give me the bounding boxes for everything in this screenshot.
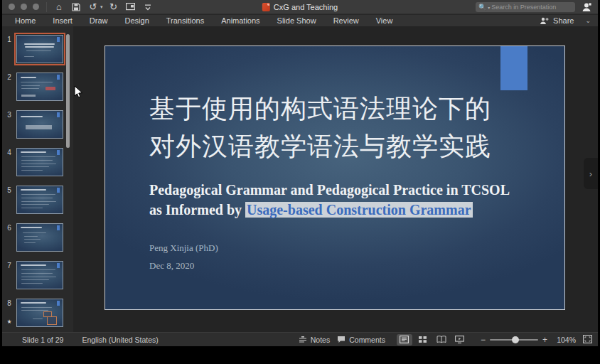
slide-number: 5 bbox=[2, 186, 16, 194]
highlighted-text: Usage-based Construction Grammar bbox=[245, 202, 473, 218]
comments-toggle[interactable]: Comments bbox=[337, 336, 385, 344]
slide-thumbnail[interactable] bbox=[16, 223, 63, 252]
zoom-slider[interactable] bbox=[490, 339, 538, 341]
thumb-accent-rect bbox=[57, 225, 60, 230]
fit-slide-to-window-button[interactable] bbox=[583, 335, 592, 345]
reading-view-button[interactable] bbox=[434, 334, 449, 346]
thumb-accent-rect bbox=[57, 263, 60, 268]
search-box[interactable]: 🔍 ▾ bbox=[476, 2, 575, 12]
slide-thumbnail-panel: 12345678★ bbox=[2, 26, 73, 332]
collapse-ribbon-icon[interactable]: ⌄ bbox=[585, 17, 591, 24]
share-button[interactable]: Share bbox=[553, 16, 574, 25]
slide-thumbnail[interactable] bbox=[16, 148, 63, 176]
slide-thumbnail[interactable] bbox=[16, 35, 63, 63]
slide-number: 8★ bbox=[2, 299, 16, 325]
slide-number: 3 bbox=[2, 110, 16, 119]
language-indicator[interactable]: English (United States) bbox=[82, 336, 158, 344]
play-from-start-icon[interactable] bbox=[124, 1, 137, 13]
slide-sorter-view-button[interactable] bbox=[415, 334, 431, 346]
share-person-icon bbox=[540, 17, 549, 25]
thumbnail-scrollbar[interactable] bbox=[66, 34, 70, 148]
slide-number: 2 bbox=[2, 73, 16, 81]
thumbnail-row-4: 4 bbox=[2, 148, 63, 176]
slide-canvas[interactable]: 基于使用的构式语法理论下的 对外汉语教学语法与教学实践 Pedagogical … bbox=[105, 46, 565, 310]
thumbnail-row-7: 7 bbox=[2, 261, 63, 289]
tab-slide-show[interactable]: Slide Show bbox=[277, 16, 316, 25]
slide-counter[interactable]: Slide 1 of 29 bbox=[22, 336, 63, 344]
document-title: CxG and Teaching bbox=[274, 3, 338, 11]
slide-thumbnail[interactable] bbox=[16, 186, 63, 214]
undo-icon[interactable]: ↺ bbox=[87, 1, 100, 13]
slide-thumbnail[interactable] bbox=[16, 261, 63, 289]
notes-icon bbox=[299, 336, 307, 343]
thumbnail-row-5: 5 bbox=[2, 186, 63, 214]
titlebar: ⌂ ↺ ▾ ↻ CxG and Teaching 🔍 ▾ bbox=[2, 0, 598, 14]
expand-panel-button[interactable]: › bbox=[584, 158, 598, 189]
status-bar: Slide 1 of 29 English (United States) No… bbox=[2, 332, 598, 346]
thumb-accent-rect bbox=[57, 188, 60, 193]
tab-home[interactable]: Home bbox=[15, 16, 36, 25]
normal-view-button[interactable] bbox=[397, 334, 412, 346]
search-scope-chevron-icon: ▾ bbox=[488, 5, 490, 10]
more-commands-icon[interactable] bbox=[141, 1, 154, 13]
slide-thumbnail[interactable] bbox=[16, 73, 63, 101]
slide-number: 7 bbox=[2, 261, 16, 269]
share-area[interactable]: Share ⌄ bbox=[540, 15, 591, 26]
search-input[interactable] bbox=[491, 4, 574, 11]
thumb-accent-rect bbox=[57, 37, 60, 42]
slide-subtitle-line1: Pedagogical Grammar and Pedagogical Prac… bbox=[149, 180, 547, 200]
slide-number: 1 bbox=[2, 35, 16, 43]
slide-date[interactable]: Dec 8, 2020 bbox=[149, 260, 194, 272]
minimize-button[interactable] bbox=[21, 4, 27, 10]
tab-view[interactable]: View bbox=[376, 16, 393, 25]
zoom-control: − + bbox=[481, 335, 547, 345]
zoom-window-button[interactable] bbox=[33, 4, 39, 10]
slide-subtitle-line2: as Informed by Usage-based Construction … bbox=[149, 200, 547, 220]
thumbnail-row-6: 6 bbox=[2, 223, 63, 252]
account-icon[interactable] bbox=[581, 1, 592, 13]
zoom-level[interactable]: 104% bbox=[555, 336, 576, 344]
comments-icon bbox=[337, 336, 345, 343]
powerpoint-file-icon bbox=[262, 3, 270, 11]
animation-star-icon: ★ bbox=[6, 318, 11, 325]
thumb-accent-rect bbox=[57, 75, 60, 80]
tab-transitions[interactable]: Transitions bbox=[166, 16, 204, 25]
search-icon: 🔍 bbox=[478, 4, 486, 11]
redo-icon[interactable]: ↻ bbox=[107, 1, 120, 13]
save-icon[interactable] bbox=[70, 1, 82, 13]
close-button[interactable] bbox=[9, 4, 15, 10]
slide-author[interactable]: Peng Xinjia (PhD) bbox=[149, 242, 218, 254]
thumb-accent-rect bbox=[57, 112, 60, 117]
document-title-group: CxG and Teaching bbox=[262, 3, 338, 11]
slide-title[interactable]: 基于使用的构式语法理论下的 对外汉语教学语法与教学实践 bbox=[149, 90, 533, 166]
toolbar-divider bbox=[46, 2, 47, 12]
view-buttons bbox=[397, 334, 468, 346]
slide-thumbnail[interactable] bbox=[16, 110, 63, 139]
tab-review[interactable]: Review bbox=[333, 16, 359, 25]
notes-toggle[interactable]: Notes bbox=[299, 336, 330, 344]
slide-editor-area: 基于使用的构式语法理论下的 对外汉语教学语法与教学实践 Pedagogical … bbox=[73, 26, 598, 332]
mouse-cursor bbox=[74, 85, 83, 102]
zoom-out-button[interactable]: − bbox=[481, 335, 486, 345]
powerpoint-window: ⌂ ↺ ▾ ↻ CxG and Teaching 🔍 ▾ bbox=[2, 0, 598, 346]
thumbnail-list: 12345678★ bbox=[2, 35, 63, 327]
slideshow-view-button[interactable] bbox=[452, 334, 468, 346]
slide-subtitle[interactable]: Pedagogical Grammar and Pedagogical Prac… bbox=[149, 180, 547, 220]
window-controls bbox=[2, 4, 46, 10]
slide-number: 4 bbox=[2, 148, 16, 156]
zoom-slider-handle[interactable] bbox=[512, 336, 519, 343]
zoom-in-button[interactable]: + bbox=[542, 335, 547, 345]
undo-dropdown-icon[interactable]: ▾ bbox=[100, 4, 103, 10]
quick-access-toolbar: ⌂ ↺ ▾ ↻ bbox=[53, 1, 154, 13]
slide-number: 6 bbox=[2, 223, 16, 232]
tab-draw[interactable]: Draw bbox=[90, 16, 108, 25]
content-area: 12345678★ 基于使用的构式语法理论下的 对外汉语教学语法与教学实践 Pe… bbox=[2, 26, 598, 332]
tab-design[interactable]: Design bbox=[125, 16, 149, 25]
slide-thumbnail[interactable] bbox=[16, 299, 63, 327]
tab-animations[interactable]: Animations bbox=[221, 16, 259, 25]
thumb-accent-rect bbox=[57, 150, 60, 155]
tab-insert[interactable]: Insert bbox=[53, 16, 73, 25]
thumbnail-row-8: 8★ bbox=[2, 299, 63, 327]
home-icon[interactable]: ⌂ bbox=[53, 1, 65, 13]
slide-accent-rectangle bbox=[500, 46, 527, 90]
